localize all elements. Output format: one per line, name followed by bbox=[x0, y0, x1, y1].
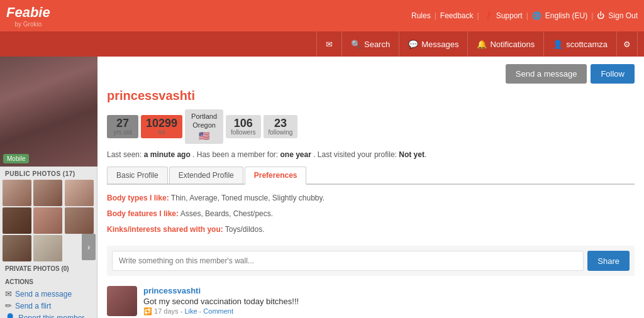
post-avatar[interactable] bbox=[107, 286, 137, 316]
following-stat: 23 following bbox=[264, 115, 298, 138]
location-flag: 🇺🇸 bbox=[199, 130, 209, 141]
notifications-label: Notifications bbox=[490, 40, 535, 49]
tab-extended-profile[interactable]: Extended Profile bbox=[169, 167, 243, 184]
send-flirt-action[interactable]: ✏ Send a flirt bbox=[0, 300, 97, 312]
last-seen-prefix: Last seen: bbox=[107, 150, 142, 159]
post-meta: 🔁 17 days - Like - Comment bbox=[143, 307, 635, 315]
photo-thumb[interactable] bbox=[33, 235, 62, 261]
share-button[interactable]: Share bbox=[587, 251, 630, 271]
username-nav: scottcamza bbox=[566, 40, 608, 49]
profile-username: princessvashti bbox=[107, 89, 635, 103]
photo-thumb[interactable] bbox=[3, 180, 31, 206]
post: princessvashti Got my second vaccination… bbox=[107, 286, 635, 318]
kinks-section: Kinks/interests shared with you: Toys/di… bbox=[107, 224, 635, 236]
send-flirt-icon: ✏ bbox=[5, 301, 12, 310]
nav-envelope[interactable]: ✉ bbox=[316, 31, 342, 57]
member-since-prefix: . Has been a member for: bbox=[192, 150, 278, 159]
tab-basic-profile[interactable]: Basic Profile bbox=[107, 167, 168, 184]
share-icon: 🔁 bbox=[143, 307, 152, 315]
distance-stat: 10299 mi bbox=[141, 115, 182, 138]
top-right-links: Rules | Feedback | ❓ Support | 🌐 English… bbox=[411, 11, 638, 20]
send-flirt-label: Send a flirt bbox=[15, 302, 51, 310]
photo-thumb[interactable] bbox=[3, 207, 31, 234]
tab-preferences[interactable]: Preferences bbox=[245, 167, 307, 185]
photo-thumb[interactable] bbox=[65, 180, 94, 206]
followers-label: followers bbox=[231, 129, 255, 136]
preferences-content: Body types I like: Thin, Average, Toned … bbox=[107, 192, 635, 236]
post-username[interactable]: princessvashti bbox=[143, 286, 201, 295]
search-label: Search bbox=[364, 40, 390, 49]
location-city: Portland bbox=[191, 112, 217, 121]
photo-thumb[interactable] bbox=[33, 207, 62, 234]
body-features-label: Body features I like: bbox=[107, 209, 179, 218]
signout-link[interactable]: Sign Out bbox=[608, 11, 638, 20]
logo-area: Feabie by Grokio bbox=[6, 4, 50, 28]
photo-grid: › bbox=[0, 180, 97, 261]
following-label: following bbox=[269, 129, 293, 136]
report-member-action[interactable]: 👤 Report this member bbox=[0, 312, 97, 318]
photos-next-arrow[interactable]: › bbox=[82, 234, 96, 260]
nav-messages[interactable]: 💬 Messages bbox=[399, 31, 468, 57]
follow-button[interactable]: Follow bbox=[591, 64, 635, 84]
last-seen-row: Last seen: a minute ago . Has been a mem… bbox=[107, 150, 635, 159]
feedback-link[interactable]: Feedback bbox=[440, 11, 474, 20]
question-icon: ❓ bbox=[483, 11, 492, 20]
post-text: Got my second vaccination today bitches!… bbox=[143, 297, 635, 306]
search-icon: 🔍 bbox=[351, 40, 361, 49]
body-features-section: Body features I like: Asses, Beards, Che… bbox=[107, 208, 635, 220]
photo-thumb[interactable] bbox=[65, 207, 94, 234]
nav-search[interactable]: 🔍 Search bbox=[342, 31, 399, 57]
wall-input[interactable] bbox=[112, 251, 584, 271]
nav-gear[interactable]: ⚙ bbox=[617, 31, 638, 57]
send-message-button[interactable]: Send a message bbox=[506, 64, 587, 84]
profile-photo: Mobile bbox=[0, 57, 97, 167]
notifications-icon: 🔔 bbox=[477, 40, 487, 49]
globe-icon: 🌐 bbox=[532, 11, 541, 20]
sidebar: Mobile PUBLIC PHOTOS (17) › PRIVATE PHOT… bbox=[0, 57, 97, 318]
messages-label: Messages bbox=[421, 40, 458, 49]
location-stat: Portland Oregon 🇺🇸 bbox=[185, 109, 223, 144]
send-message-action[interactable]: ✉ Send a message bbox=[0, 288, 97, 300]
mobile-badge: Mobile bbox=[3, 154, 29, 163]
language-link[interactable]: English (EU) bbox=[545, 11, 587, 20]
send-message-label: Send a message bbox=[15, 290, 72, 299]
body-types-label: Body types I like: bbox=[107, 194, 169, 202]
public-photos-title: PUBLIC PHOTOS (17) bbox=[0, 167, 97, 180]
profile-photo-img bbox=[0, 57, 97, 167]
member-since: one year bbox=[280, 150, 311, 159]
power-icon: ⏻ bbox=[597, 11, 604, 20]
following-value: 23 bbox=[274, 118, 287, 129]
kinks-value: Toys/dildos. bbox=[225, 225, 265, 234]
nav-bar: ✉ 🔍 Search 💬 Messages 🔔 Notifications 👤 … bbox=[0, 31, 644, 57]
post-content: princessvashti Got my second vaccination… bbox=[143, 286, 635, 318]
user-avatar-icon: 👤 bbox=[553, 40, 563, 49]
age-label: yrs old bbox=[113, 129, 131, 136]
visited-prefix: . Last visited your profile: bbox=[313, 150, 397, 159]
nav-notifications[interactable]: 🔔 Notifications bbox=[468, 31, 544, 57]
distance-value: 10299 bbox=[146, 118, 177, 129]
post-like-link[interactable]: Like bbox=[184, 307, 197, 315]
photo-thumb[interactable] bbox=[3, 235, 31, 261]
location-state: Oregon bbox=[192, 121, 216, 129]
rules-link[interactable]: Rules bbox=[411, 11, 431, 20]
last-seen-time: a minute ago bbox=[144, 150, 191, 159]
logo-feabie[interactable]: Feabie bbox=[6, 4, 50, 20]
send-message-icon: ✉ bbox=[5, 289, 12, 299]
content-wrapper: Send a message Follow princessvashti 27 … bbox=[107, 64, 635, 318]
post-time: 17 days bbox=[154, 307, 179, 315]
body-types-section: Body types I like: Thin, Average, Toned … bbox=[107, 192, 635, 204]
visited-status: Not yet bbox=[399, 150, 425, 159]
age-stat: 27 yrs old bbox=[107, 115, 138, 138]
profile-tabs: Basic Profile Extended Profile Preferenc… bbox=[107, 167, 635, 185]
private-photos-title: PRIVATE PHOTOS (0) bbox=[0, 261, 97, 275]
gear-icon: ⚙ bbox=[623, 40, 631, 49]
support-link[interactable]: Support bbox=[496, 11, 523, 20]
actions-title: ACTIONS bbox=[0, 275, 97, 288]
top-actions: Send a message Follow bbox=[107, 64, 635, 84]
post-comment-link[interactable]: Comment bbox=[203, 307, 233, 315]
nav-user[interactable]: 👤 scottcamza bbox=[544, 31, 617, 57]
stats-row: 27 yrs old 10299 mi Portland Oregon 🇺🇸 1… bbox=[107, 109, 635, 144]
body-features-value: Asses, Beards, Chest/pecs. bbox=[180, 209, 273, 218]
age-value: 27 bbox=[116, 118, 129, 129]
photo-thumb[interactable] bbox=[33, 180, 62, 206]
